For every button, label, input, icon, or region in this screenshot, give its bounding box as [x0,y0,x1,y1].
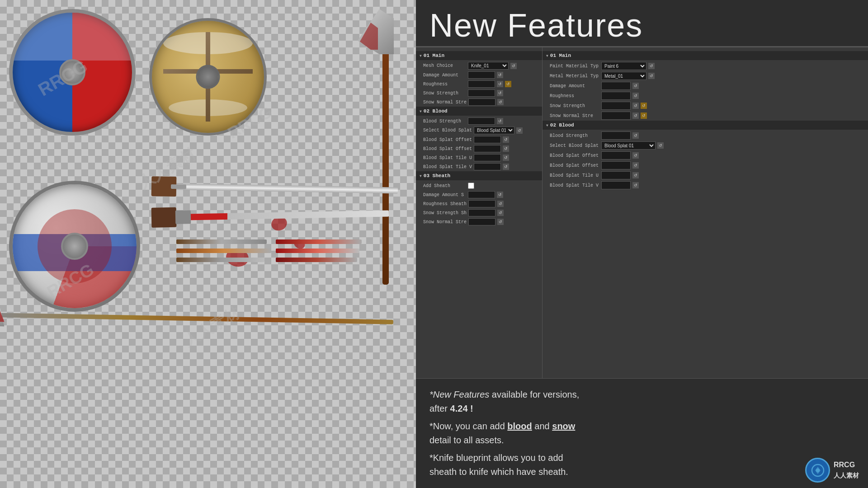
mesh-choice-select[interactable]: Knife_01 Knife_02 [468,62,509,70]
blood-offset-v-reset[interactable]: ↺ [503,145,509,152]
mesh-choice-reset[interactable]: ↺ [510,63,517,69]
asset-preview-panel: RRCG 人人素材 RRCG RRCG 人人素材 [0,0,416,488]
roughness-orange-btn[interactable]: ↺ [505,81,511,87]
paint-material-reset[interactable]: ↺ [648,63,655,69]
sheath-snow-normal-reset[interactable]: ↺ [497,219,504,225]
sheath-snow-normal-input[interactable]: 0.5 [468,218,495,225]
sheath-roughness-row: Roughness Sheath 1.5 ↺ [416,199,542,208]
mat-snow-normal-orange-btn[interactable]: ↺ [641,113,647,119]
mat-snow-strength-orange-btn[interactable]: ↺ [641,103,647,109]
blood-offset-u-reset[interactable]: ↺ [503,136,509,143]
mat-blood-strength-reset[interactable]: ↺ [632,132,639,139]
mat-blood-offset-u-input[interactable]: 1.0 [601,151,631,160]
sheath-roughness-input[interactable]: 1.5 [468,200,495,207]
snow-normal-reset[interactable]: ↺ [497,99,504,105]
right-panel: New Features 01 Main Mesh Choice Knife_0… [416,0,868,488]
mat-snow-strength-row: Snow Strength 1.0 ↺ ↺ [542,101,868,111]
axe-handle [382,23,389,285]
snow-normal-row: Snow Normal Stre 0.5 ↺ [416,98,542,107]
blood-offset-u-input[interactable]: 1.0 [474,136,501,143]
snow-normal-input[interactable]: 0.5 [468,99,495,106]
mat-blood-tile-u-input[interactable]: 1.0 [601,171,631,179]
sheath-damage-reset[interactable]: ↺ [497,192,503,198]
sheath-snow-reset[interactable]: ↺ [497,210,504,216]
now-you-can: *Now, you can add [429,421,507,431]
mat-blood-tile-u-reset[interactable]: ↺ [632,172,639,178]
blood-tile-v-reset[interactable]: ↺ [503,164,509,170]
roughness-reset[interactable]: ↺ [497,81,503,87]
snow-strength-row: Snow Strength 0.0 ↺ [416,89,542,98]
mat-snow-strength-input[interactable]: 1.0 [601,102,631,110]
dagger-group [176,239,271,262]
mat-snow-normal-reset[interactable]: ↺ [632,113,639,119]
mat-damage-reset[interactable]: ↺ [632,83,639,89]
sheath-damage-input[interactable]: 0.0 [468,191,495,198]
snow-strength-label: Snow Strength [423,91,466,96]
mat-snow-normal-input[interactable]: 1.5 [601,112,631,120]
mat-blood-splat-select[interactable]: Blood Splat 01 Blood Splat 02 [601,141,656,150]
blood-strength-input[interactable]: 0.0 [468,117,495,125]
mat-damage-row: Damage Amount 0.0 ↺ [542,81,868,91]
mat-blood-tile-v-row: Blood Splat Tile V 1.0 ↺ [542,180,868,190]
mat-blood-tile-u-row: Blood Splat Tile U 1.0 ↺ [542,170,868,180]
info-line-2: after 4.24 ! [429,402,854,416]
roughness-input[interactable]: 2.0 [468,80,495,88]
mat-blood-tile-v-reset[interactable]: ↺ [632,182,639,188]
mat-roughness-reset[interactable]: ↺ [632,93,639,99]
sheath-roughness-label: Roughness Sheath [423,202,467,206]
blueprint-panel: 01 Main Mesh Choice Knife_01 Knife_02 ↺ … [416,47,542,378]
mat-snow-strength-reset[interactable]: ↺ [632,103,639,109]
svg-point-1 [816,469,820,472]
sheath-roughness-reset[interactable]: ↺ [497,201,504,207]
blood-text: blood [507,421,532,431]
section-02-blood[interactable]: 02 Blood [416,107,542,116]
mat-snow-strength-label: Snow Strength [550,103,599,108]
info-line-1-rest: available for versions, [489,389,579,399]
mat-roughness-input[interactable]: 1.5 [601,92,631,100]
mat-blood-offset-v-label: Blood Splat Offset [550,163,599,168]
mat-blood-offset-u-reset[interactable]: ↺ [632,152,639,159]
mesh-choice-row: Mesh Choice Knife_01 Knife_02 ↺ [416,61,542,70]
mat-blood-splat-reset[interactable]: ↺ [657,142,664,149]
section-03-sheath[interactable]: 03 Sheath [416,171,542,180]
logo-icon [805,458,830,483]
select-blood-splat-select[interactable]: Blood Splat 01 Blood Splat 02 [474,127,514,134]
sheath-snow-normal-label: Snow Normal Stre [423,220,467,225]
blood-splat-select-reset[interactable]: ↺ [516,127,523,134]
info-line-5: *Knife blueprint allows you to add [429,451,854,465]
snow-strength-input[interactable]: 0.0 [468,89,495,97]
add-sheath-checkbox[interactable] [468,183,474,189]
snow-normal-label: Snow Normal Stre [423,100,467,105]
metal-material-select[interactable]: Metal_01 Metal_02 [601,72,646,80]
sheath-damage-row: Damage Amount S 0.0 ↺ [416,190,542,199]
spear [0,313,393,324]
sheath-snow-row: Snow Strength Sh 0.0 ↺ [416,208,542,217]
mesh-choice-label: Mesh Choice [423,63,466,68]
paint-material-row: Paint Material Typ Paint 6 Paint 1 Paint… [542,61,868,71]
mat-damage-input[interactable]: 0.0 [601,82,631,90]
version-bold: 4.24 ! [450,404,473,413]
blood-offset-v-row: Blood Splat Offset 1.0 ↺ [416,144,542,153]
sheath-snow-input[interactable]: 0.0 [468,209,495,216]
paint-material-select[interactable]: Paint 6 Paint 1 Paint 2 [601,62,646,70]
blood-tile-u-reset[interactable]: ↺ [503,155,509,161]
metal-material-reset[interactable]: ↺ [648,73,655,79]
blood-strength-label: Blood Strength [423,119,466,124]
blood-tile-u-row: Blood Splat Tile U 1.0 ↺ [416,153,542,162]
damage-amount-input[interactable]: 0.0 [468,71,495,79]
section-01-main[interactable]: 01 Main [416,51,542,60]
mat-section-02-blood[interactable]: 02 Blood [542,121,868,130]
mat-blood-offset-v-input[interactable]: 1.0 [601,161,631,169]
mat-section-01-main[interactable]: 01 Main [542,51,868,60]
damage-amount-reset[interactable]: ↺ [497,72,503,78]
blood-tile-u-input[interactable]: 1.0 [474,154,501,161]
snow-strength-reset[interactable]: ↺ [497,90,503,96]
mat-blood-offset-v-reset[interactable]: ↺ [632,162,639,169]
blood-strength-reset[interactable]: ↺ [497,118,503,124]
mat-blood-strength-input[interactable]: 0.0 [601,131,631,140]
blood-offset-v-input[interactable]: 1.0 [474,145,501,152]
mat-blood-tile-v-input[interactable]: 1.0 [601,181,631,189]
blood-tile-v-input[interactable]: 1.0 [474,163,501,170]
mat-blood-offset-v-row: Blood Splat Offset 1.0 ↺ [542,160,868,170]
mat-snow-normal-row: Snow Normal Stre 1.5 ↺ ↺ [542,111,868,121]
